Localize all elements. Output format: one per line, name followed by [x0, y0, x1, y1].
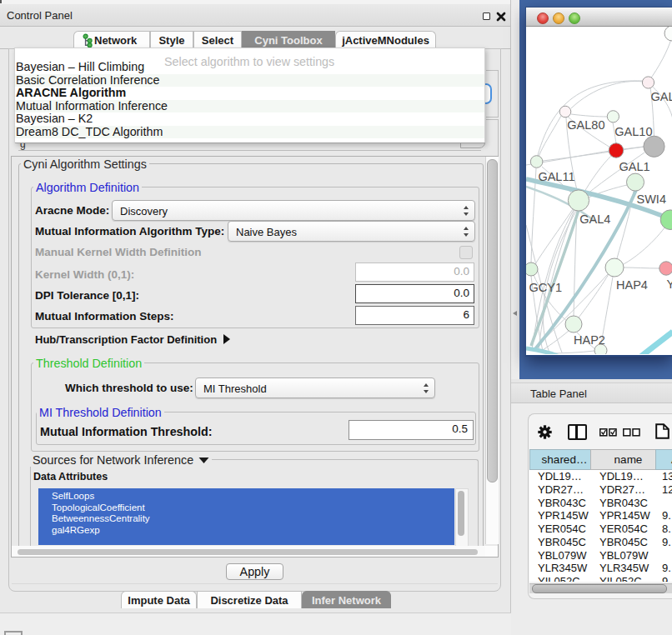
svg-text:GAL1: GAL1	[619, 160, 650, 173]
svg-text:GAL11: GAL11	[538, 170, 574, 183]
svg-text:GCY1: GCY1	[529, 281, 563, 294]
svg-text:GAL80: GAL80	[567, 118, 604, 132]
svg-text:SWI4: SWI4	[637, 192, 666, 206]
svg-text:GAL4: GAL4	[579, 212, 610, 226]
svg-text:HAP4: HAP4	[616, 278, 648, 292]
svg-text:Y: Y	[667, 278, 672, 291]
svg-text:GAL: GAL	[651, 90, 672, 103]
svg-text:HAP2: HAP2	[574, 333, 605, 347]
svg-text:GAL10: GAL10	[614, 125, 652, 138]
